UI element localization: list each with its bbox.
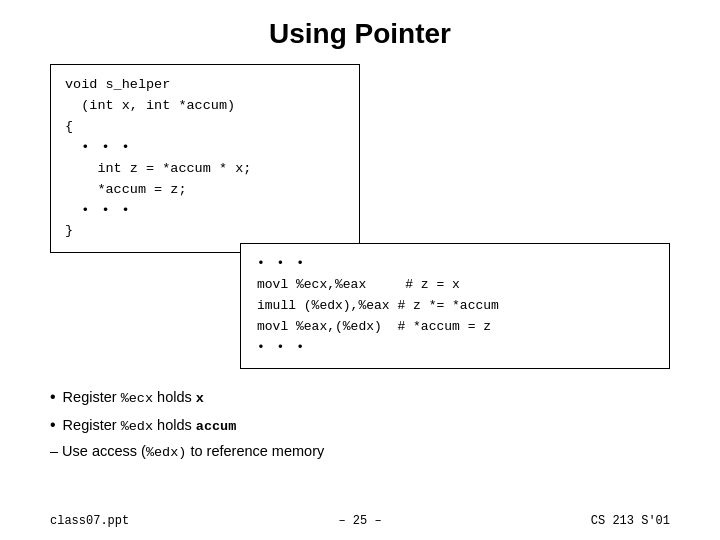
page-title: Using Pointer bbox=[0, 0, 720, 64]
code-line-5: int z = *accum * x; bbox=[65, 161, 251, 176]
bullet-dot-2: • bbox=[50, 411, 56, 439]
sub-bullet-code: %edx) bbox=[146, 445, 187, 460]
footer-left: class07.ppt bbox=[50, 514, 129, 528]
bullet-2-code1: %edx bbox=[121, 419, 153, 434]
main-content: void s_helper (int x, int *accum) { • • … bbox=[0, 64, 720, 369]
bullet-1: • Register %ecx holds x bbox=[50, 383, 670, 411]
c-code-box: void s_helper (int x, int *accum) { • • … bbox=[50, 64, 360, 253]
code-line-3: { bbox=[65, 119, 73, 134]
code-line-8: } bbox=[65, 223, 73, 238]
asm-code-box: • • • movl %ecx,%eax # z = x imull (%edx… bbox=[240, 243, 670, 369]
code-line-4: • • • bbox=[65, 140, 132, 155]
asm-dots-top: • • • bbox=[257, 256, 306, 271]
code-line-7: • • • bbox=[65, 203, 132, 218]
bullet-2: • Register %edx holds accum bbox=[50, 411, 670, 439]
bullet-1-code1: %ecx bbox=[121, 391, 153, 406]
code-line-6: *accum = z; bbox=[65, 182, 187, 197]
footer-center: – 25 – bbox=[338, 514, 381, 528]
bullet-section: • Register %ecx holds x • Register %edx … bbox=[0, 369, 720, 465]
bullet-1-code2: x bbox=[196, 391, 204, 406]
asm-line-2: imull (%edx),%eax # z *= *accum bbox=[257, 298, 499, 313]
asm-line-1: movl %ecx,%eax # z = x bbox=[257, 277, 460, 292]
sub-bullet-text: – Use access (%edx) to reference memory bbox=[50, 439, 324, 465]
asm-line-3: movl %eax,(%edx) # *accum = z bbox=[257, 319, 491, 334]
code-line-1: void s_helper bbox=[65, 77, 170, 92]
sub-bullet: – Use access (%edx) to reference memory bbox=[50, 439, 670, 465]
bullet-1-text: Register %ecx holds x bbox=[63, 385, 204, 411]
footer-right: CS 213 S'01 bbox=[591, 514, 670, 528]
bullet-2-text: Register %edx holds accum bbox=[63, 413, 237, 439]
bullet-2-code2: accum bbox=[196, 419, 237, 434]
code-line-2: (int x, int *accum) bbox=[65, 98, 235, 113]
footer: class07.ppt – 25 – CS 213 S'01 bbox=[0, 514, 720, 528]
bullet-dot-1: • bbox=[50, 383, 56, 411]
asm-dots-bottom: • • • bbox=[257, 340, 306, 355]
